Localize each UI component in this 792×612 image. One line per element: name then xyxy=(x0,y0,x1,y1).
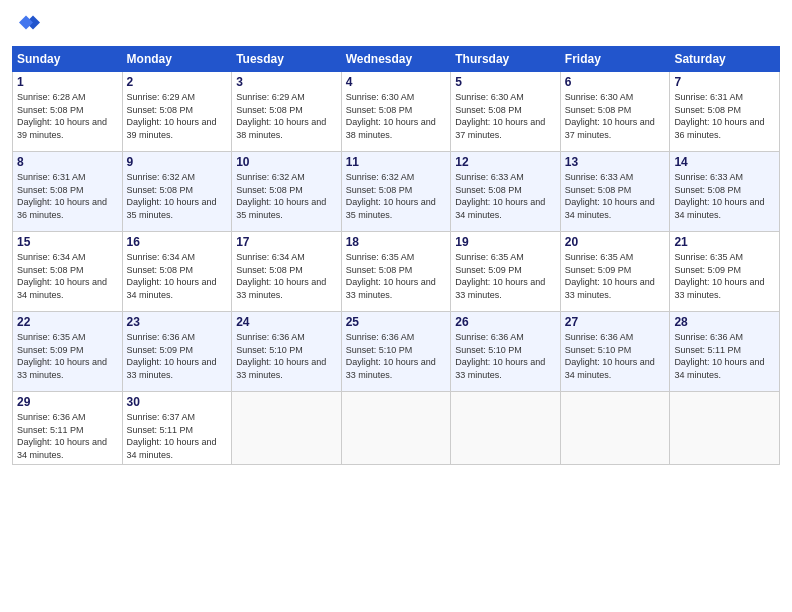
day-number: 9 xyxy=(127,155,228,169)
calendar-cell: 7 Sunrise: 6:31 AMSunset: 5:08 PMDayligh… xyxy=(670,72,780,152)
day-number: 18 xyxy=(346,235,447,249)
day-number: 11 xyxy=(346,155,447,169)
day-info: Sunrise: 6:36 AMSunset: 5:10 PMDaylight:… xyxy=(346,332,436,380)
day-info: Sunrise: 6:35 AMSunset: 5:09 PMDaylight:… xyxy=(17,332,107,380)
calendar-cell: 8 Sunrise: 6:31 AMSunset: 5:08 PMDayligh… xyxy=(13,152,123,232)
day-info: Sunrise: 6:34 AMSunset: 5:08 PMDaylight:… xyxy=(236,252,326,300)
day-info: Sunrise: 6:34 AMSunset: 5:08 PMDaylight:… xyxy=(127,252,217,300)
calendar-cell: 11 Sunrise: 6:32 AMSunset: 5:08 PMDaylig… xyxy=(341,152,451,232)
day-info: Sunrise: 6:32 AMSunset: 5:08 PMDaylight:… xyxy=(127,172,217,220)
calendar-cell: 6 Sunrise: 6:30 AMSunset: 5:08 PMDayligh… xyxy=(560,72,670,152)
day-number: 12 xyxy=(455,155,556,169)
day-number: 22 xyxy=(17,315,118,329)
day-number: 27 xyxy=(565,315,666,329)
day-number: 4 xyxy=(346,75,447,89)
calendar-week-2: 8 Sunrise: 6:31 AMSunset: 5:08 PMDayligh… xyxy=(13,152,780,232)
day-info: Sunrise: 6:36 AMSunset: 5:11 PMDaylight:… xyxy=(674,332,764,380)
day-number: 8 xyxy=(17,155,118,169)
day-info: Sunrise: 6:35 AMSunset: 5:08 PMDaylight:… xyxy=(346,252,436,300)
day-info: Sunrise: 6:31 AMSunset: 5:08 PMDaylight:… xyxy=(674,92,764,140)
calendar-cell xyxy=(670,392,780,465)
calendar-week-4: 22 Sunrise: 6:35 AMSunset: 5:09 PMDaylig… xyxy=(13,312,780,392)
day-number: 13 xyxy=(565,155,666,169)
calendar-cell: 15 Sunrise: 6:34 AMSunset: 5:08 PMDaylig… xyxy=(13,232,123,312)
day-info: Sunrise: 6:33 AMSunset: 5:08 PMDaylight:… xyxy=(674,172,764,220)
day-number: 28 xyxy=(674,315,775,329)
day-number: 3 xyxy=(236,75,337,89)
calendar-cell: 28 Sunrise: 6:36 AMSunset: 5:11 PMDaylig… xyxy=(670,312,780,392)
calendar-cell: 17 Sunrise: 6:34 AMSunset: 5:08 PMDaylig… xyxy=(232,232,342,312)
calendar-week-5: 29 Sunrise: 6:36 AMSunset: 5:11 PMDaylig… xyxy=(13,392,780,465)
day-header-sunday: Sunday xyxy=(13,47,123,72)
calendar-cell: 22 Sunrise: 6:35 AMSunset: 5:09 PMDaylig… xyxy=(13,312,123,392)
day-info: Sunrise: 6:28 AMSunset: 5:08 PMDaylight:… xyxy=(17,92,107,140)
calendar-cell: 29 Sunrise: 6:36 AMSunset: 5:11 PMDaylig… xyxy=(13,392,123,465)
day-number: 20 xyxy=(565,235,666,249)
day-number: 2 xyxy=(127,75,228,89)
day-header-wednesday: Wednesday xyxy=(341,47,451,72)
day-number: 23 xyxy=(127,315,228,329)
calendar-cell: 13 Sunrise: 6:33 AMSunset: 5:08 PMDaylig… xyxy=(560,152,670,232)
day-info: Sunrise: 6:35 AMSunset: 5:09 PMDaylight:… xyxy=(674,252,764,300)
calendar-cell: 1 Sunrise: 6:28 AMSunset: 5:08 PMDayligh… xyxy=(13,72,123,152)
day-number: 14 xyxy=(674,155,775,169)
calendar-cell: 16 Sunrise: 6:34 AMSunset: 5:08 PMDaylig… xyxy=(122,232,232,312)
calendar-cell: 19 Sunrise: 6:35 AMSunset: 5:09 PMDaylig… xyxy=(451,232,561,312)
day-header-friday: Friday xyxy=(560,47,670,72)
day-header-saturday: Saturday xyxy=(670,47,780,72)
day-number: 16 xyxy=(127,235,228,249)
logo xyxy=(12,10,44,38)
calendar-cell: 18 Sunrise: 6:35 AMSunset: 5:08 PMDaylig… xyxy=(341,232,451,312)
day-info: Sunrise: 6:36 AMSunset: 5:10 PMDaylight:… xyxy=(565,332,655,380)
day-number: 26 xyxy=(455,315,556,329)
calendar-cell: 27 Sunrise: 6:36 AMSunset: 5:10 PMDaylig… xyxy=(560,312,670,392)
calendar-cell xyxy=(341,392,451,465)
day-number: 19 xyxy=(455,235,556,249)
day-number: 17 xyxy=(236,235,337,249)
header xyxy=(12,10,780,38)
day-info: Sunrise: 6:34 AMSunset: 5:08 PMDaylight:… xyxy=(17,252,107,300)
calendar-table: SundayMondayTuesdayWednesdayThursdayFrid… xyxy=(12,46,780,465)
day-number: 15 xyxy=(17,235,118,249)
day-info: Sunrise: 6:36 AMSunset: 5:10 PMDaylight:… xyxy=(236,332,326,380)
calendar-cell: 23 Sunrise: 6:36 AMSunset: 5:09 PMDaylig… xyxy=(122,312,232,392)
calendar-cell: 24 Sunrise: 6:36 AMSunset: 5:10 PMDaylig… xyxy=(232,312,342,392)
day-number: 10 xyxy=(236,155,337,169)
page-container: SundayMondayTuesdayWednesdayThursdayFrid… xyxy=(0,0,792,475)
calendar-cell: 5 Sunrise: 6:30 AMSunset: 5:08 PMDayligh… xyxy=(451,72,561,152)
day-number: 21 xyxy=(674,235,775,249)
day-info: Sunrise: 6:32 AMSunset: 5:08 PMDaylight:… xyxy=(236,172,326,220)
calendar-cell: 12 Sunrise: 6:33 AMSunset: 5:08 PMDaylig… xyxy=(451,152,561,232)
day-number: 25 xyxy=(346,315,447,329)
day-info: Sunrise: 6:31 AMSunset: 5:08 PMDaylight:… xyxy=(17,172,107,220)
day-info: Sunrise: 6:33 AMSunset: 5:08 PMDaylight:… xyxy=(455,172,545,220)
day-number: 6 xyxy=(565,75,666,89)
day-info: Sunrise: 6:30 AMSunset: 5:08 PMDaylight:… xyxy=(565,92,655,140)
day-number: 7 xyxy=(674,75,775,89)
calendar-cell xyxy=(451,392,561,465)
day-number: 30 xyxy=(127,395,228,409)
calendar-cell: 30 Sunrise: 6:37 AMSunset: 5:11 PMDaylig… xyxy=(122,392,232,465)
calendar-cell: 10 Sunrise: 6:32 AMSunset: 5:08 PMDaylig… xyxy=(232,152,342,232)
day-info: Sunrise: 6:35 AMSunset: 5:09 PMDaylight:… xyxy=(455,252,545,300)
day-info: Sunrise: 6:35 AMSunset: 5:09 PMDaylight:… xyxy=(565,252,655,300)
calendar-cell: 25 Sunrise: 6:36 AMSunset: 5:10 PMDaylig… xyxy=(341,312,451,392)
calendar-cell: 4 Sunrise: 6:30 AMSunset: 5:08 PMDayligh… xyxy=(341,72,451,152)
day-info: Sunrise: 6:33 AMSunset: 5:08 PMDaylight:… xyxy=(565,172,655,220)
day-info: Sunrise: 6:30 AMSunset: 5:08 PMDaylight:… xyxy=(346,92,436,140)
day-info: Sunrise: 6:37 AMSunset: 5:11 PMDaylight:… xyxy=(127,412,217,460)
day-number: 5 xyxy=(455,75,556,89)
calendar-week-1: 1 Sunrise: 6:28 AMSunset: 5:08 PMDayligh… xyxy=(13,72,780,152)
calendar-cell xyxy=(560,392,670,465)
day-info: Sunrise: 6:36 AMSunset: 5:10 PMDaylight:… xyxy=(455,332,545,380)
calendar-cell: 26 Sunrise: 6:36 AMSunset: 5:10 PMDaylig… xyxy=(451,312,561,392)
day-info: Sunrise: 6:32 AMSunset: 5:08 PMDaylight:… xyxy=(346,172,436,220)
day-header-monday: Monday xyxy=(122,47,232,72)
day-header-tuesday: Tuesday xyxy=(232,47,342,72)
calendar-cell: 21 Sunrise: 6:35 AMSunset: 5:09 PMDaylig… xyxy=(670,232,780,312)
calendar-cell: 2 Sunrise: 6:29 AMSunset: 5:08 PMDayligh… xyxy=(122,72,232,152)
day-info: Sunrise: 6:36 AMSunset: 5:11 PMDaylight:… xyxy=(17,412,107,460)
calendar-week-3: 15 Sunrise: 6:34 AMSunset: 5:08 PMDaylig… xyxy=(13,232,780,312)
day-info: Sunrise: 6:30 AMSunset: 5:08 PMDaylight:… xyxy=(455,92,545,140)
day-info: Sunrise: 6:29 AMSunset: 5:08 PMDaylight:… xyxy=(127,92,217,140)
